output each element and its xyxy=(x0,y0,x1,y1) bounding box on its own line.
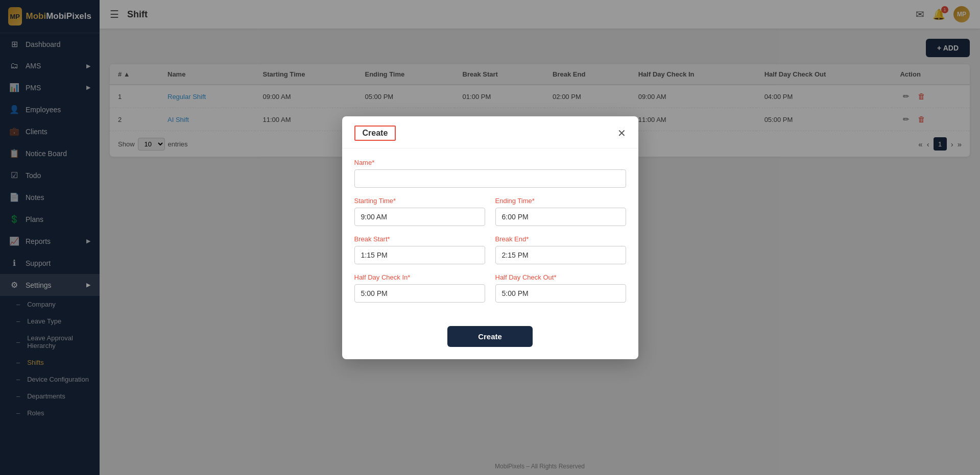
half-day-row: Half Day Check In* Half Day Check Out* xyxy=(354,273,626,312)
create-shift-modal: Create ✕ Name* Starting Time* xyxy=(342,116,638,359)
half-day-checkin-input[interactable] xyxy=(354,284,485,303)
break-row: Break Start* Break End* xyxy=(354,235,626,273)
half-day-checkout-input[interactable] xyxy=(495,284,626,303)
time-row-1: Starting Time* Ending Time* xyxy=(354,197,626,235)
break-end-input[interactable] xyxy=(495,246,626,264)
half-day-checkin-label: Half Day Check In* xyxy=(354,273,485,281)
modal-body: Name* Starting Time* Ending Time* xyxy=(342,148,638,324)
starting-time-input[interactable] xyxy=(354,208,485,226)
break-start-group: Break Start* xyxy=(354,235,485,264)
ending-time-label: Ending Time* xyxy=(495,197,626,205)
modal-overlay[interactable]: Create ✕ Name* Starting Time* xyxy=(0,0,980,475)
name-label: Name* xyxy=(354,159,626,166)
starting-time-group: Starting Time* xyxy=(354,197,485,226)
ending-time-group: Ending Time* xyxy=(495,197,626,226)
ending-time-input[interactable] xyxy=(495,208,626,226)
modal-close-button[interactable]: ✕ xyxy=(617,127,626,139)
name-field-group: Name* xyxy=(354,159,626,188)
break-start-label: Break Start* xyxy=(354,235,485,243)
modal-title: Create xyxy=(354,126,396,141)
name-input[interactable] xyxy=(354,169,626,188)
modal-header: Create ✕ xyxy=(342,116,638,148)
starting-time-label: Starting Time* xyxy=(354,197,485,205)
break-end-label: Break End* xyxy=(495,235,626,243)
break-start-input[interactable] xyxy=(354,246,485,264)
half-day-checkin-group: Half Day Check In* xyxy=(354,273,485,303)
break-end-group: Break End* xyxy=(495,235,626,264)
modal-footer: Create xyxy=(342,324,638,359)
create-button[interactable]: Create xyxy=(447,326,533,347)
half-day-checkout-label: Half Day Check Out* xyxy=(495,273,626,281)
half-day-checkout-group: Half Day Check Out* xyxy=(495,273,626,303)
main-area: ☰ Shift ✉ 🔔 1 MP + ADD # ▲ Name Starting… xyxy=(100,0,980,475)
